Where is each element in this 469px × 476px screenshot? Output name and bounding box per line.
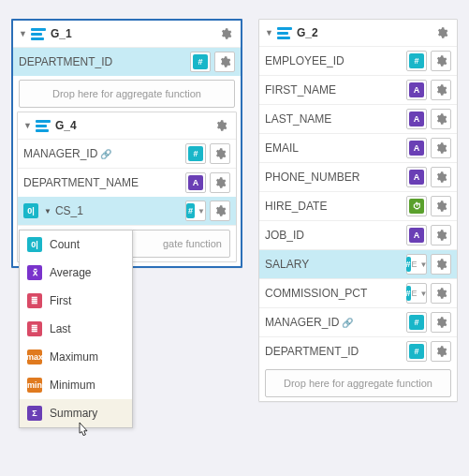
gear-icon: [219, 27, 232, 40]
gear-icon: [213, 147, 227, 160]
field-row[interactable]: SALARY #E▼: [259, 250, 457, 279]
field-row[interactable]: PHONE_NUMBER A: [259, 163, 457, 192]
field-row[interactable]: DEPARTMENT_ID #: [13, 48, 241, 76]
field-row[interactable]: COMMISSION_PCT #E▼: [259, 279, 457, 308]
field-row[interactable]: LAST_NAME A: [259, 105, 457, 134]
type-button[interactable]: A: [406, 138, 427, 158]
menu-item-count[interactable]: 0| Count: [20, 231, 132, 259]
type-button[interactable]: #▼: [185, 201, 206, 221]
type-button[interactable]: #: [185, 143, 206, 164]
field-row[interactable]: EMPLOYEE_ID #: [259, 47, 457, 76]
type-button[interactable]: #: [190, 52, 211, 72]
type-button[interactable]: #: [406, 51, 427, 71]
gear-icon: [434, 54, 447, 67]
gear-icon: [434, 316, 447, 329]
chevron-down-icon: ▼: [420, 260, 428, 269]
field-row[interactable]: MANAGER_ID🔗 #: [259, 308, 457, 337]
type-button[interactable]: #: [406, 341, 427, 362]
settings-button[interactable]: [216, 24, 235, 43]
type-button[interactable]: ⏱: [406, 196, 427, 216]
gear-icon: [434, 83, 447, 97]
type-button[interactable]: A: [185, 172, 206, 193]
settings-button[interactable]: [210, 143, 230, 164]
settings-button[interactable]: [431, 51, 451, 71]
menu-item-minimum[interactable]: min Minimum: [20, 371, 132, 399]
key-link-icon: 🔗: [100, 149, 111, 159]
collapse-icon[interactable]: ▼: [23, 121, 32, 130]
collapse-icon[interactable]: ▼: [19, 29, 27, 38]
settings-button[interactable]: [431, 196, 451, 216]
menu-label: Minimum: [50, 379, 95, 392]
menu-item-maximum[interactable]: max Maximum: [20, 343, 132, 371]
menu-label: First: [50, 294, 71, 307]
settings-button[interactable]: [431, 225, 451, 245]
field-label: JOB_ID: [265, 229, 403, 242]
aggregate-function-menu[interactable]: 0| Count x̄ Average ≣ First ≣ Last max M…: [19, 230, 133, 428]
gear-icon: [434, 229, 447, 242]
gear-icon: [435, 26, 448, 39]
gear-icon: [218, 55, 231, 68]
collapse-icon[interactable]: ▼: [44, 207, 51, 216]
menu-label: Count: [50, 238, 80, 251]
hash-icon: #: [409, 315, 424, 330]
group-header[interactable]: ▼ G_4: [18, 112, 236, 140]
gear-icon: [434, 200, 447, 213]
field-row[interactable]: DEPARTMENT_NAME A: [18, 169, 236, 197]
field-label: MANAGER_ID🔗: [265, 316, 403, 329]
aggregate-drop-zone[interactable]: Drop here for aggregate function: [19, 80, 235, 108]
dataset-icon: [36, 120, 51, 132]
field-row[interactable]: JOB_ID A: [259, 221, 457, 250]
settings-button[interactable]: [431, 138, 451, 158]
field-row[interactable]: FIRST_NAME A: [259, 76, 457, 105]
hash-icon: #: [409, 344, 424, 359]
group-header[interactable]: ▼ G_1: [13, 21, 241, 48]
field-label: SALARY: [265, 258, 403, 271]
collapse-icon[interactable]: ▼: [265, 28, 273, 37]
settings-button[interactable]: [431, 312, 451, 333]
settings-button[interactable]: [431, 283, 451, 304]
type-button[interactable]: A: [406, 167, 427, 187]
key-link-icon: 🔗: [342, 318, 353, 328]
field-row[interactable]: MANAGER_ID🔗 #: [18, 140, 236, 169]
settings-button[interactable]: [431, 341, 451, 362]
settings-button[interactable]: [431, 109, 451, 129]
settings-button[interactable]: [212, 116, 230, 135]
menu-item-summary[interactable]: Σ Summary: [20, 399, 132, 427]
hash-icon: #: [188, 146, 203, 161]
menu-label: Maximum: [50, 350, 98, 364]
type-button[interactable]: #: [406, 312, 427, 333]
type-button[interactable]: #E▼: [406, 254, 427, 275]
field-cs1[interactable]: 0| ▼ CS_1 #▼: [18, 197, 236, 226]
settings-button[interactable]: [431, 80, 451, 100]
field-row[interactable]: HIRE_DATE ⏱: [259, 192, 457, 221]
gear-icon: [434, 287, 447, 300]
settings-button[interactable]: [210, 172, 230, 193]
type-button[interactable]: #E▼: [406, 283, 427, 304]
chevron-down-icon: ▼: [420, 290, 428, 298]
settings-button[interactable]: [431, 254, 451, 275]
settings-button[interactable]: [432, 23, 451, 42]
settings-button[interactable]: [214, 52, 235, 72]
group-header[interactable]: ▼ G_2: [259, 20, 457, 47]
group-title: G_1: [51, 27, 213, 40]
type-button[interactable]: A: [406, 109, 427, 129]
gear-icon: [213, 204, 227, 217]
gear-icon: [434, 171, 447, 184]
menu-item-last[interactable]: ≣ Last: [20, 315, 132, 343]
field-row[interactable]: EMAIL A: [259, 134, 457, 163]
menu-glyph-icon: min: [27, 378, 42, 393]
field-label: EMPLOYEE_ID: [265, 54, 403, 67]
gear-icon: [213, 176, 227, 189]
group-g2[interactable]: ▼ G_2 EMPLOYEE_ID # FIRST_NAME A LAST_NA…: [258, 19, 458, 402]
field-row[interactable]: DEPARTMENT_ID #: [259, 337, 457, 365]
field-label: MANAGER_ID🔗: [23, 147, 182, 160]
settings-button[interactable]: [210, 201, 230, 221]
type-button[interactable]: A: [406, 225, 427, 245]
menu-item-average[interactable]: x̄ Average: [20, 259, 132, 287]
menu-glyph-icon: ≣: [27, 293, 42, 308]
type-button[interactable]: A: [406, 80, 427, 100]
menu-item-first[interactable]: ≣ First: [20, 287, 132, 315]
menu-label: Average: [50, 266, 91, 279]
settings-button[interactable]: [431, 167, 451, 187]
aggregate-drop-zone[interactable]: Drop here for aggregate function: [265, 369, 451, 397]
